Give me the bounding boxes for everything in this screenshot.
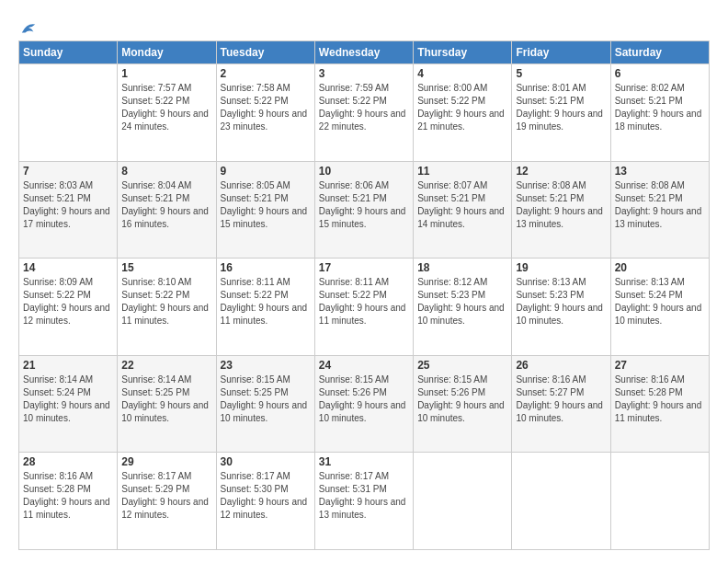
calendar-week-row: 1Sunrise: 7:57 AMSunset: 5:22 PMDaylight… <box>19 64 710 162</box>
day-number: 30 <box>221 455 311 468</box>
day-number: 21 <box>23 359 113 372</box>
day-info: Sunrise: 8:13 AMSunset: 5:24 PMDaylight:… <box>615 276 705 327</box>
day-number: 24 <box>319 359 409 372</box>
day-header-friday: Friday <box>512 41 610 64</box>
calendar-cell: 24Sunrise: 8:15 AMSunset: 5:26 PMDayligh… <box>314 355 413 453</box>
day-number: 6 <box>615 67 705 80</box>
calendar-cell: 8Sunrise: 8:04 AMSunset: 5:21 PMDaylight… <box>118 161 216 259</box>
logo <box>18 20 37 35</box>
calendar-cell <box>610 453 709 550</box>
day-info: Sunrise: 7:59 AMSunset: 5:22 PMDaylight:… <box>319 82 409 133</box>
calendar-cell: 17Sunrise: 8:11 AMSunset: 5:22 PMDayligh… <box>314 259 413 356</box>
calendar-cell: 18Sunrise: 8:12 AMSunset: 5:23 PMDayligh… <box>414 259 512 356</box>
calendar-cell: 28Sunrise: 8:16 AMSunset: 5:28 PMDayligh… <box>19 453 118 550</box>
day-info: Sunrise: 8:08 AMSunset: 5:21 PMDaylight:… <box>516 179 606 231</box>
header <box>18 17 710 35</box>
day-info: Sunrise: 8:08 AMSunset: 5:21 PMDaylight:… <box>615 179 705 231</box>
calendar-cell: 22Sunrise: 8:14 AMSunset: 5:25 PMDayligh… <box>118 355 216 453</box>
day-info: Sunrise: 8:17 AMSunset: 5:29 PMDaylight:… <box>121 470 211 522</box>
calendar-cell: 9Sunrise: 8:05 AMSunset: 5:21 PMDaylight… <box>216 161 314 259</box>
calendar-cell: 10Sunrise: 8:06 AMSunset: 5:21 PMDayligh… <box>314 161 413 259</box>
calendar-cell: 30Sunrise: 8:17 AMSunset: 5:30 PMDayligh… <box>216 453 314 550</box>
day-info: Sunrise: 8:15 AMSunset: 5:26 PMDaylight:… <box>417 373 507 425</box>
calendar-cell <box>19 64 118 162</box>
day-info: Sunrise: 8:09 AMSunset: 5:22 PMDaylight:… <box>23 276 113 327</box>
calendar-cell: 6Sunrise: 8:02 AMSunset: 5:21 PMDaylight… <box>610 64 709 162</box>
day-info: Sunrise: 8:02 AMSunset: 5:21 PMDaylight:… <box>615 82 705 133</box>
logo-bird-icon <box>20 20 37 37</box>
day-info: Sunrise: 8:15 AMSunset: 5:25 PMDaylight:… <box>221 373 311 425</box>
day-number: 15 <box>121 261 211 274</box>
day-info: Sunrise: 8:14 AMSunset: 5:24 PMDaylight:… <box>23 373 113 425</box>
day-info: Sunrise: 8:05 AMSunset: 5:21 PMDaylight:… <box>221 179 311 231</box>
day-info: Sunrise: 8:17 AMSunset: 5:31 PMDaylight:… <box>319 470 409 522</box>
day-info: Sunrise: 8:11 AMSunset: 5:22 PMDaylight:… <box>221 276 311 327</box>
calendar-cell: 27Sunrise: 8:16 AMSunset: 5:28 PMDayligh… <box>610 355 709 453</box>
calendar-cell: 12Sunrise: 8:08 AMSunset: 5:21 PMDayligh… <box>512 161 610 259</box>
calendar-cell: 4Sunrise: 8:00 AMSunset: 5:22 PMDaylight… <box>414 64 512 162</box>
day-header-tuesday: Tuesday <box>216 41 314 64</box>
day-number: 9 <box>221 165 311 178</box>
day-info: Sunrise: 8:12 AMSunset: 5:23 PMDaylight:… <box>417 276 507 327</box>
calendar-cell: 25Sunrise: 8:15 AMSunset: 5:26 PMDayligh… <box>414 355 512 453</box>
calendar-cell: 31Sunrise: 8:17 AMSunset: 5:31 PMDayligh… <box>314 453 413 550</box>
calendar-cell: 29Sunrise: 8:17 AMSunset: 5:29 PMDayligh… <box>118 453 216 550</box>
calendar-cell <box>512 453 610 550</box>
day-number: 7 <box>23 165 113 178</box>
day-number: 8 <box>121 165 211 178</box>
day-number: 27 <box>615 359 705 372</box>
day-number: 1 <box>121 67 211 80</box>
day-number: 12 <box>516 165 606 178</box>
day-info: Sunrise: 8:16 AMSunset: 5:28 PMDaylight:… <box>615 373 705 425</box>
day-info: Sunrise: 8:16 AMSunset: 5:27 PMDaylight:… <box>516 373 606 425</box>
calendar-cell: 5Sunrise: 8:01 AMSunset: 5:21 PMDaylight… <box>512 64 610 162</box>
day-header-monday: Monday <box>118 41 216 64</box>
day-info: Sunrise: 8:00 AMSunset: 5:22 PMDaylight:… <box>417 82 507 133</box>
calendar-cell: 2Sunrise: 7:58 AMSunset: 5:22 PMDaylight… <box>216 64 314 162</box>
day-number: 26 <box>516 359 606 372</box>
calendar-cell: 16Sunrise: 8:11 AMSunset: 5:22 PMDayligh… <box>216 259 314 356</box>
calendar-cell: 13Sunrise: 8:08 AMSunset: 5:21 PMDayligh… <box>610 161 709 259</box>
day-info: Sunrise: 8:13 AMSunset: 5:23 PMDaylight:… <box>516 276 606 327</box>
day-number: 20 <box>615 261 705 274</box>
calendar-header-row: SundayMondayTuesdayWednesdayThursdayFrid… <box>19 41 710 64</box>
calendar-week-row: 14Sunrise: 8:09 AMSunset: 5:22 PMDayligh… <box>19 259 710 356</box>
calendar-week-row: 21Sunrise: 8:14 AMSunset: 5:24 PMDayligh… <box>19 355 710 453</box>
calendar-cell <box>414 453 512 550</box>
calendar-cell: 21Sunrise: 8:14 AMSunset: 5:24 PMDayligh… <box>19 355 118 453</box>
day-number: 18 <box>417 261 507 274</box>
day-number: 16 <box>221 261 311 274</box>
calendar-cell: 19Sunrise: 8:13 AMSunset: 5:23 PMDayligh… <box>512 259 610 356</box>
day-number: 25 <box>417 359 507 372</box>
day-number: 13 <box>615 165 705 178</box>
day-info: Sunrise: 7:57 AMSunset: 5:22 PMDaylight:… <box>121 82 211 133</box>
day-info: Sunrise: 7:58 AMSunset: 5:22 PMDaylight:… <box>221 82 311 133</box>
day-header-sunday: Sunday <box>19 41 118 64</box>
day-info: Sunrise: 8:03 AMSunset: 5:21 PMDaylight:… <box>23 179 113 231</box>
calendar-cell: 14Sunrise: 8:09 AMSunset: 5:22 PMDayligh… <box>19 259 118 356</box>
day-header-thursday: Thursday <box>414 41 512 64</box>
day-info: Sunrise: 8:14 AMSunset: 5:25 PMDaylight:… <box>121 373 211 425</box>
calendar-cell: 3Sunrise: 7:59 AMSunset: 5:22 PMDaylight… <box>314 64 413 162</box>
day-number: 17 <box>319 261 409 274</box>
calendar-table: SundayMondayTuesdayWednesdayThursdayFrid… <box>18 40 710 550</box>
day-number: 4 <box>417 67 507 80</box>
calendar-week-row: 28Sunrise: 8:16 AMSunset: 5:28 PMDayligh… <box>19 453 710 550</box>
day-number: 2 <box>221 67 311 80</box>
day-info: Sunrise: 8:06 AMSunset: 5:21 PMDaylight:… <box>319 179 409 231</box>
day-number: 3 <box>319 67 409 80</box>
calendar-cell: 7Sunrise: 8:03 AMSunset: 5:21 PMDaylight… <box>19 161 118 259</box>
calendar-cell: 11Sunrise: 8:07 AMSunset: 5:21 PMDayligh… <box>414 161 512 259</box>
day-number: 31 <box>319 455 409 468</box>
day-info: Sunrise: 8:16 AMSunset: 5:28 PMDaylight:… <box>23 470 113 522</box>
day-number: 5 <box>516 67 606 80</box>
calendar-week-row: 7Sunrise: 8:03 AMSunset: 5:21 PMDaylight… <box>19 161 710 259</box>
calendar-cell: 23Sunrise: 8:15 AMSunset: 5:25 PMDayligh… <box>216 355 314 453</box>
day-info: Sunrise: 8:11 AMSunset: 5:22 PMDaylight:… <box>319 276 409 327</box>
day-header-wednesday: Wednesday <box>314 41 413 64</box>
day-info: Sunrise: 8:04 AMSunset: 5:21 PMDaylight:… <box>121 179 211 231</box>
day-number: 23 <box>221 359 311 372</box>
day-info: Sunrise: 8:15 AMSunset: 5:26 PMDaylight:… <box>319 373 409 425</box>
day-info: Sunrise: 8:01 AMSunset: 5:21 PMDaylight:… <box>516 82 606 133</box>
calendar-cell: 1Sunrise: 7:57 AMSunset: 5:22 PMDaylight… <box>118 64 216 162</box>
